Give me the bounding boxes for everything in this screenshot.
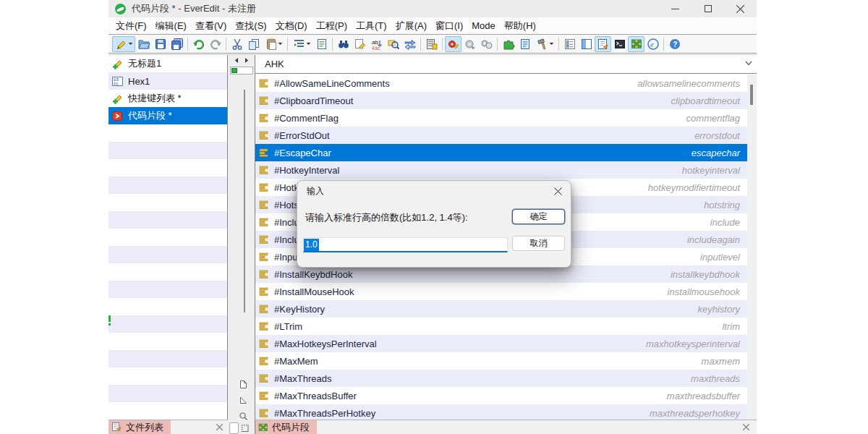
snippet-row[interactable]: #MaxThreadsBuffermaxthreadsbuffer	[255, 387, 747, 404]
snippet-trigger: hotstring	[704, 200, 740, 210]
record-button[interactable]	[445, 36, 461, 52]
input-dialog: 输入 请输入标准行高的倍数(比如1.2, 1.4等): 1.0 确定 取消	[297, 180, 571, 268]
minimize-button[interactable]	[659, 0, 692, 17]
snippet-grid-button[interactable]	[628, 36, 644, 52]
snippet-row[interactable]: #MaxHotkeysPerIntervalmaxhotkeysperinter…	[255, 335, 747, 352]
maximize-button[interactable]	[692, 0, 724, 17]
menu-item-1[interactable]: 文件(F)	[111, 20, 151, 33]
splitter-line[interactable]	[244, 90, 245, 312]
snippet-trigger: escapechar	[692, 148, 740, 158]
file-list-item[interactable]: 无标题1	[109, 55, 227, 72]
menu-item-8[interactable]: 扩展(A)	[391, 20, 431, 33]
plugin-button[interactable]	[500, 36, 516, 52]
close-button[interactable]	[724, 0, 757, 17]
snippet-row[interactable]: #KeyHistorykeyhistory	[255, 300, 747, 318]
svg-text:4ac: 4ac	[372, 46, 380, 51]
cut-button[interactable]	[229, 36, 245, 52]
snippet-row[interactable]: #LTrimltrim	[255, 318, 747, 335]
file-list-item[interactable]: 代码片段 *	[109, 107, 227, 124]
paste-button[interactable]	[262, 36, 285, 52]
language-combo[interactable]: AHK	[255, 55, 757, 74]
replace-text-button[interactable]: ab4ac	[368, 36, 385, 52]
menu-item-7[interactable]: 工具(T)	[352, 20, 391, 33]
snippet-row[interactable]: #EscapeCharescapechar	[255, 144, 747, 161]
tab-file-list[interactable]: 文件列表	[109, 420, 171, 434]
split-view-button[interactable]	[578, 36, 595, 52]
save-all-button[interactable]	[169, 36, 185, 52]
menu-item-4[interactable]: 查找(S)	[231, 20, 271, 33]
folder-open-button[interactable]	[135, 36, 152, 52]
file-list-empty-row	[109, 176, 227, 194]
ok-button[interactable]: 确定	[512, 209, 565, 224]
menu-item-2[interactable]: 编辑(E)	[151, 20, 191, 33]
snippet-row[interactable]: #ClipboardTimeoutclipboardtimeout	[255, 92, 747, 109]
indent-button[interactable]	[290, 36, 313, 52]
snippet-row[interactable]: #InstallKeybdHookinstallkeybdhook	[255, 265, 747, 283]
snippet-scrollbar-thumb[interactable]	[750, 85, 753, 105]
snippet-scrollbar[interactable]	[747, 75, 757, 420]
compare-button[interactable]	[401, 36, 418, 52]
binoculars-button[interactable]	[335, 36, 352, 52]
menu-item-10[interactable]: Mode	[467, 20, 500, 31]
dialog-close-icon[interactable]	[552, 185, 563, 197]
undo-button[interactable]	[190, 36, 207, 52]
snippet-row[interactable]: #AllowSameLineCommentsallowsamelinecomme…	[255, 75, 747, 92]
dropdown-arrow-icon[interactable]	[278, 42, 283, 46]
dropdown-arrow-icon[interactable]	[128, 42, 133, 46]
mini-slider[interactable]	[230, 67, 253, 75]
menu-item-9[interactable]: 窗口(I)	[431, 20, 467, 33]
doc-button[interactable]	[313, 36, 330, 52]
outline-button[interactable]	[561, 36, 578, 52]
dropdown-arrow-icon[interactable]	[306, 42, 311, 46]
terminal-button[interactable]	[611, 36, 628, 52]
cancel-button[interactable]: 取消	[512, 236, 565, 251]
tab-snippet[interactable]: 代码片段	[255, 420, 317, 434]
snippet-lines-icon	[259, 287, 269, 296]
snippet-row[interactable]: #ErrorStdOuterrorstdout	[255, 127, 747, 144]
notes-button[interactable]	[516, 36, 533, 52]
pencil-button[interactable]	[112, 36, 135, 52]
menu-item-11[interactable]: 帮助(H)	[500, 20, 540, 33]
scroll-left-icon[interactable]	[234, 57, 239, 64]
snippet-row[interactable]: #InstallMouseHookinstallmousehook	[255, 283, 747, 300]
hex-grid-button[interactable]	[423, 36, 440, 52]
snippet-row[interactable]: #MaxThreadsPerHotkeymaxthreadsperhotkey	[255, 404, 747, 420]
menu-item-6[interactable]: 工程(P)	[312, 20, 352, 33]
snippet-row[interactable]: #MaxThreadsmaxthreads	[255, 370, 747, 387]
scrollbar-stub[interactable]	[229, 422, 239, 434]
snippet-row[interactable]: #MaxMemmaxmem	[255, 352, 747, 370]
select-mode-icon[interactable]	[239, 396, 248, 405]
macros-button[interactable]	[478, 36, 495, 52]
play-button[interactable]	[461, 36, 478, 52]
docmap-button[interactable]	[595, 36, 611, 52]
snippet-name: #AllowSameLineComments	[274, 78, 390, 89]
svg-text:ab: ab	[372, 39, 378, 46]
pencil-new-icon	[111, 58, 124, 70]
new-page-icon[interactable]	[239, 380, 248, 389]
replace-button[interactable]	[352, 36, 368, 52]
file-list-item[interactable]: EBF0Hex1	[109, 72, 227, 90]
help-button[interactable]: ?	[666, 36, 683, 52]
hammer-button[interactable]	[533, 36, 556, 52]
snippet-row[interactable]: #CommentFlagcommentflag	[255, 109, 747, 127]
snippet-name: #KeyHistory	[274, 304, 325, 315]
main-tab-close-icon[interactable]	[741, 422, 751, 433]
menu-item-5[interactable]: 文档(D)	[271, 20, 312, 33]
scroll-right-icon[interactable]	[244, 57, 250, 64]
zoom-icon[interactable]	[239, 412, 248, 421]
save-button[interactable]	[152, 36, 169, 52]
mini-slider-thumb[interactable]	[231, 68, 237, 73]
copy-button[interactable]	[245, 36, 262, 52]
menu-item-3[interactable]: 查看(V)	[191, 20, 231, 33]
dotgrid-icon[interactable]	[240, 423, 250, 433]
toolbar-separator	[420, 38, 421, 51]
dialog-input[interactable]: 1.0	[303, 237, 508, 252]
dropdown-arrow-icon[interactable]	[549, 42, 554, 46]
snippet-trigger: hotkeyinterval	[682, 165, 740, 176]
ie-button[interactable]: e	[644, 36, 661, 52]
file-list-item[interactable]: 快捷键列表 *	[109, 90, 227, 107]
search-folder-button[interactable]	[385, 36, 401, 52]
snippet-row[interactable]: #HotkeyIntervalhotkeyinterval	[255, 161, 747, 179]
redo-button[interactable]	[207, 36, 224, 52]
sidebar-tab-close-icon[interactable]	[214, 422, 224, 433]
